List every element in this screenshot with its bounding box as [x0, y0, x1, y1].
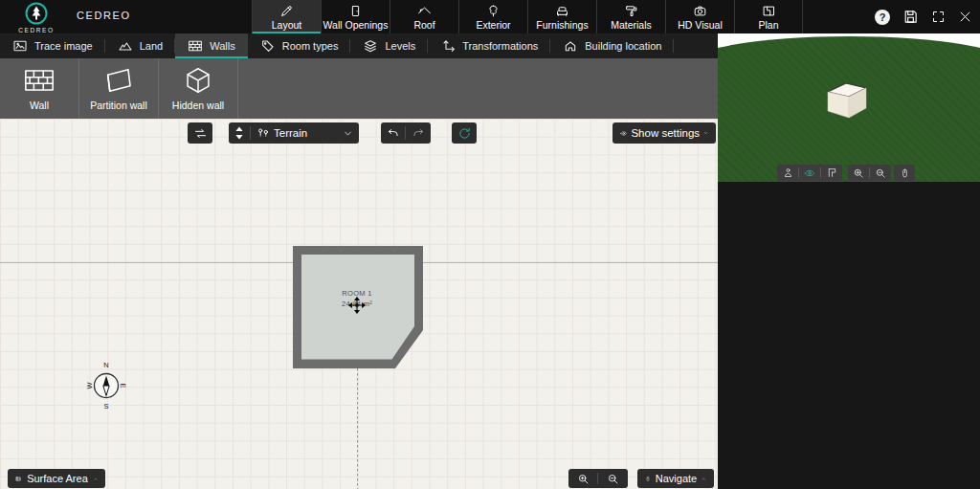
- navigate-label: Navigate: [656, 473, 697, 484]
- tool-label: Wall: [30, 100, 49, 111]
- eye-icon: [620, 126, 627, 141]
- zoom-out-icon: [875, 167, 886, 179]
- tool-hidden-wall[interactable]: Hidden wall: [159, 58, 238, 119]
- table-list-icon: [15, 473, 21, 485]
- walk-view-button[interactable]: [777, 165, 798, 181]
- tab-label: HD Visual: [678, 19, 723, 31]
- subnav-label: Room types: [282, 40, 339, 52]
- sofa-icon: [555, 4, 569, 18]
- tab-layout[interactable]: Layout: [252, 0, 321, 33]
- surface-area-button[interactable]: Surface Area: [8, 469, 105, 488]
- level-stepper-icon[interactable]: [234, 125, 244, 141]
- tab-materials[interactable]: Materials: [596, 0, 665, 33]
- tree-icon: [486, 4, 501, 18]
- sync-view-button[interactable]: [452, 122, 477, 144]
- subnav-levels[interactable]: Levels: [350, 33, 428, 58]
- zoom-in-button[interactable]: [568, 469, 597, 488]
- subnav-walls[interactable]: Walls: [175, 33, 247, 58]
- compass-north: N: [103, 361, 108, 369]
- swap-views-button[interactable]: [188, 122, 212, 144]
- tool-wall[interactable]: Wall: [0, 58, 79, 119]
- subnav-room-types[interactable]: Room types: [248, 33, 351, 58]
- undo-redo-group: [381, 122, 431, 144]
- zoom-controls: [568, 469, 628, 488]
- tag-icon: [260, 38, 276, 54]
- compass-rose: N S W E: [85, 357, 127, 411]
- brick-wall-icon: [23, 66, 56, 95]
- 3d-room-model: [825, 79, 869, 120]
- level-selector[interactable]: Terrain: [229, 122, 359, 144]
- logo-caption: CEDREO: [10, 27, 63, 33]
- cedreo-logo[interactable]: CEDREO: [10, 2, 63, 33]
- close-icon[interactable]: [958, 10, 972, 24]
- redo-icon: [412, 126, 425, 140]
- layout-sub-nav: Trace image Land Walls Room types Levels…: [0, 33, 718, 58]
- aerial-view-button[interactable]: [799, 165, 820, 181]
- subnav-label: Levels: [385, 40, 415, 52]
- surface-area-label: Surface Area: [27, 473, 88, 484]
- main-tabs: Layout Wall Openings Roof Exterior: [252, 0, 803, 33]
- top-bar: CEDREO CEDREO Layout Wall Openings Roof: [0, 0, 980, 33]
- tool-partition-wall[interactable]: Partition wall: [79, 58, 159, 119]
- 3d-viewport[interactable]: [718, 33, 980, 182]
- help-icon[interactable]: ?: [875, 10, 890, 25]
- mountains-icon: [118, 38, 133, 54]
- navigate-help-button[interactable]: [894, 165, 915, 181]
- zoom-in-button[interactable]: [848, 165, 869, 181]
- show-settings-label: Show settings: [627, 127, 703, 139]
- window-actions: ?: [875, 0, 972, 33]
- cube-icon: [182, 66, 214, 95]
- 3d-navigate-group: [894, 165, 915, 181]
- tab-label: Plan: [758, 19, 778, 31]
- navigate-button[interactable]: Navigate: [637, 469, 714, 488]
- chevron-down-icon: [343, 128, 353, 139]
- tab-label: Roof: [413, 19, 434, 31]
- image-icon: [12, 38, 28, 54]
- tab-roof[interactable]: Roof: [390, 0, 458, 33]
- subnav-label: Trace image: [34, 40, 93, 52]
- tab-label: Furnishings: [536, 19, 588, 31]
- refresh-sync-icon: [457, 126, 472, 141]
- subnav-building-location[interactable]: Building location: [550, 33, 674, 58]
- subnav-land[interactable]: Land: [105, 33, 175, 58]
- move-cursor-icon: [348, 297, 366, 314]
- blueprint-icon: [762, 4, 776, 18]
- tab-exterior[interactable]: Exterior: [458, 0, 527, 33]
- tool-label: Partition wall: [90, 100, 147, 111]
- tab-hd-visual[interactable]: HD Visual: [665, 0, 734, 33]
- zoom-in-icon: [853, 167, 864, 179]
- cedreo-logo-icon: [25, 2, 48, 25]
- level-selector-value: Terrain: [270, 127, 311, 139]
- zoom-out-button[interactable]: [598, 469, 627, 488]
- right-panel: [718, 33, 980, 489]
- tab-plan[interactable]: Plan: [734, 0, 803, 33]
- camera-icon: [693, 4, 707, 18]
- subnav-transformations[interactable]: Transformations: [428, 33, 550, 58]
- show-settings-button[interactable]: Show settings: [612, 122, 716, 144]
- tab-furnishings[interactable]: Furnishings: [527, 0, 596, 33]
- undo-button[interactable]: [381, 122, 405, 144]
- transform-icon: [440, 38, 456, 54]
- redo-button[interactable]: [406, 122, 430, 144]
- pencil-icon: [279, 4, 294, 18]
- zoom-out-button[interactable]: [870, 165, 891, 181]
- chevron-down-icon: [703, 128, 708, 138]
- mouse-icon: [900, 167, 910, 179]
- tab-wall-openings[interactable]: Wall Openings: [321, 0, 390, 33]
- subnav-label: Land: [140, 40, 163, 52]
- tab-label: Wall Openings: [323, 19, 389, 31]
- mouse-icon: [645, 473, 651, 485]
- plan-view-button[interactable]: [821, 165, 842, 181]
- save-icon[interactable]: [902, 9, 919, 25]
- tab-label: Layout: [272, 19, 302, 31]
- 3d-view-mode-group: [777, 165, 842, 181]
- zoom-in-icon: [577, 473, 590, 485]
- floorplan-icon: [827, 167, 837, 178]
- fullscreen-icon[interactable]: [931, 10, 946, 24]
- subnav-label: Walls: [210, 40, 234, 52]
- subnav-trace-image[interactable]: Trace image: [0, 33, 105, 58]
- chevron-up-icon: [702, 475, 706, 483]
- subnav-label: Transformations: [462, 40, 538, 52]
- floorplan-canvas[interactable]: ROOM 1 24.84 m² Terrain: [0, 119, 718, 489]
- tab-label: Materials: [611, 19, 652, 31]
